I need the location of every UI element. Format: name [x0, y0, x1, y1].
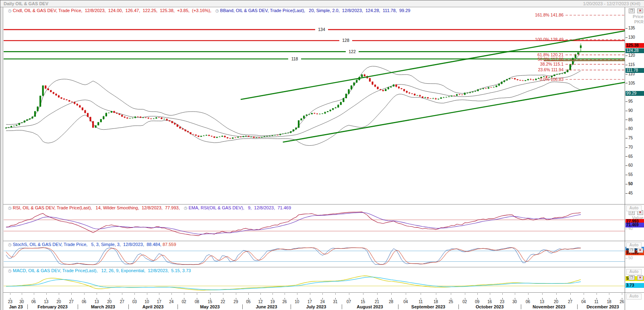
date-axis-tickmark	[59, 293, 59, 295]
close-window-button[interactable]: ✕	[637, 248, 643, 253]
window-titlebar[interactable]: Daily OIL & GAS DEV 1/20/2023 - 12/27/20…	[0, 0, 644, 7]
price-axis-tick: 95	[625, 99, 633, 103]
rsi-series-legend[interactable]: RSI, OIL & GAS DEV, Trade Price(Last), 1…	[13, 205, 181, 210]
date-axis-tickmark	[272, 293, 273, 295]
stochastic-series-legend[interactable]: StochS, OIL & GAS DEV, Trade Price, 5, 3…	[13, 242, 163, 247]
value-axis-column[interactable]: ❐ ✕ Price PKR ❐ ✕ Value ❐ ✕ ❐ ✕ Auto Aut…	[625, 7, 644, 310]
date-axis-tick-label: 27	[565, 300, 576, 304]
stoch-axis-auto-button[interactable]: Auto	[626, 269, 642, 275]
date-axis-tickmark	[421, 293, 421, 295]
macd-axis-auto-button[interactable]: Auto	[626, 293, 642, 300]
date-axis-tick-label: 27	[66, 300, 76, 304]
macd-panel-window-buttons: ❐ ✕	[628, 275, 643, 281]
stoch-axis-tick: 50	[625, 256, 633, 260]
price-axis-tick: 85	[625, 118, 633, 122]
date-axis-tickmark	[210, 293, 211, 295]
date-axis-tickmark	[322, 293, 323, 295]
price-panel-window-buttons: ❐ ✕	[628, 8, 643, 14]
date-axis-tickmark	[609, 293, 609, 295]
date-axis-tickmark	[285, 293, 285, 295]
series-delay-icon: ◷	[8, 8, 12, 13]
date-axis-tick-label: 04	[400, 300, 411, 304]
stochastic-d-value: 87.559	[163, 242, 176, 247]
date-axis-tickmark	[236, 293, 236, 295]
date-axis-tickmark	[34, 293, 34, 295]
date-axis-tick-label: 20	[54, 300, 64, 304]
stochastic-panel[interactable]: ◷StochS, OIL & GAS DEV, Trade Price, 5, …	[0, 241, 644, 267]
macd-series-legend[interactable]: MACD, OIL & GAS DEV, Trade Price(Last), …	[13, 268, 191, 273]
month-label: August 2023	[342, 304, 398, 309]
price-axis-tick: 65	[625, 154, 633, 159]
date-axis-tickmark	[109, 293, 110, 295]
date-axis-tick-label: 24	[166, 300, 177, 304]
restore-window-button[interactable]: ❐	[629, 248, 635, 253]
fibonacci-level-label: 38.2% 115.1	[540, 62, 564, 66]
price-legend: ◷Cndl, OIL & GAS DEV, Trade Price, 12/8/…	[5, 8, 411, 18]
close-window-button[interactable]: ✕	[637, 8, 643, 13]
value-badge: 99.29	[625, 91, 644, 96]
rsi-axis-auto-button[interactable]: Auto	[626, 242, 642, 248]
restore-window-button[interactable]: ❐	[629, 8, 635, 13]
left-gutter	[0, 7, 3, 310]
date-axis-tickmark	[10, 293, 10, 295]
close-window-button[interactable]: ✕	[637, 275, 643, 280]
date-axis-tick-label: 02	[179, 300, 189, 304]
date-axis-tickmark	[597, 293, 597, 295]
price-panel[interactable]: 134128122118161.8% 141.86100.0% 128.4961…	[0, 7, 644, 205]
date-axis-tickmark	[134, 293, 135, 295]
date-axis-tick-label: 24	[317, 300, 328, 304]
date-axis-tickmark	[406, 293, 406, 295]
month-label: June 2023	[242, 304, 291, 309]
price-axis-currency: PKR	[625, 19, 644, 24]
date-axis-tickmark	[477, 293, 478, 295]
date-axis-tick-label: 08	[192, 300, 202, 304]
fibonacci-level-label: 161.8% 141.86	[535, 12, 564, 17]
date-axis-tick-label: 07	[344, 300, 354, 304]
month-label: December 2023	[577, 304, 628, 309]
date-axis-tick-label: 15	[358, 300, 368, 304]
date-axis-tick-label: 21	[372, 300, 382, 304]
macd-panel[interactable]: ◷MACD, OIL & GAS DEV, Trade Price(Last),…	[0, 267, 644, 293]
month-label: May 2023	[178, 304, 242, 309]
date-axis-tickmark	[159, 293, 159, 295]
rsi-panel[interactable]: ◷RSI, OIL & GAS DEV, Trade Price(Last), …	[0, 205, 644, 241]
month-label: October 2023	[458, 304, 521, 309]
date-axis[interactable]: 2330Jan 2306132027February 202306132027M…	[0, 293, 644, 310]
date-axis-tickmark	[223, 293, 223, 295]
date-axis-tick-label: 13	[537, 300, 547, 304]
restore-window-button[interactable]: ❐	[629, 275, 635, 280]
date-axis-tickmark	[436, 293, 436, 295]
date-axis-tick-label: 06	[523, 300, 533, 304]
date-axis-tickmark	[197, 293, 197, 295]
trend-line[interactable]	[283, 82, 625, 142]
date-axis-tick-label: 11	[415, 300, 426, 304]
fibonacci-level-label: 100.0% 128.49	[535, 37, 564, 42]
date-axis-tick-label: 25	[446, 300, 456, 304]
date-axis-tick-label: 06	[79, 300, 89, 304]
fibonacci-level-label: 23.6% 111.94	[538, 67, 564, 72]
price-axis-tick: 45	[625, 191, 633, 195]
date-axis-tick-label: 30	[17, 300, 27, 304]
price-axis-tick: 115	[625, 62, 635, 67]
candle-series-legend[interactable]: Cndl, OIL & GAS DEV, Trade Price, 12/8/2…	[13, 8, 213, 13]
price-axis-auto-button[interactable]: Auto	[626, 205, 642, 211]
month-label: March 2023	[78, 304, 128, 309]
date-axis-tick-label: 23	[497, 300, 508, 304]
date-axis-tick-label: 17	[305, 300, 315, 304]
month-label: November 2023	[521, 304, 577, 309]
price-axis-tick: 135	[625, 26, 635, 30]
fibonacci-level-label: 50.0% 117.66	[538, 57, 564, 62]
series-delay-icon: ◷	[184, 206, 188, 210]
date-axis-tick-label: 15	[205, 300, 215, 304]
price-axis-tick: 120	[625, 53, 635, 58]
date-axis-tickmark	[502, 293, 503, 295]
bband-series-legend[interactable]: BBand, OIL & GAS DEV, Trade Price(Last),…	[220, 8, 411, 13]
month-label: September 2023	[398, 304, 458, 309]
date-axis-tick-label: 11	[591, 300, 602, 304]
date-axis-tickmark	[528, 293, 528, 295]
rsi-ema-series-legend[interactable]: EMA, RSI(OIL & GAS DEV), 9, 12/8/2023, 7…	[188, 205, 291, 210]
value-badge: 111.78	[625, 68, 644, 73]
price-axis-tick: 105	[625, 81, 635, 85]
price-chart-canvas[interactable]: 134128122118161.8% 141.86100.0% 128.4961…	[0, 7, 625, 204]
date-axis-tickmark	[542, 293, 543, 295]
